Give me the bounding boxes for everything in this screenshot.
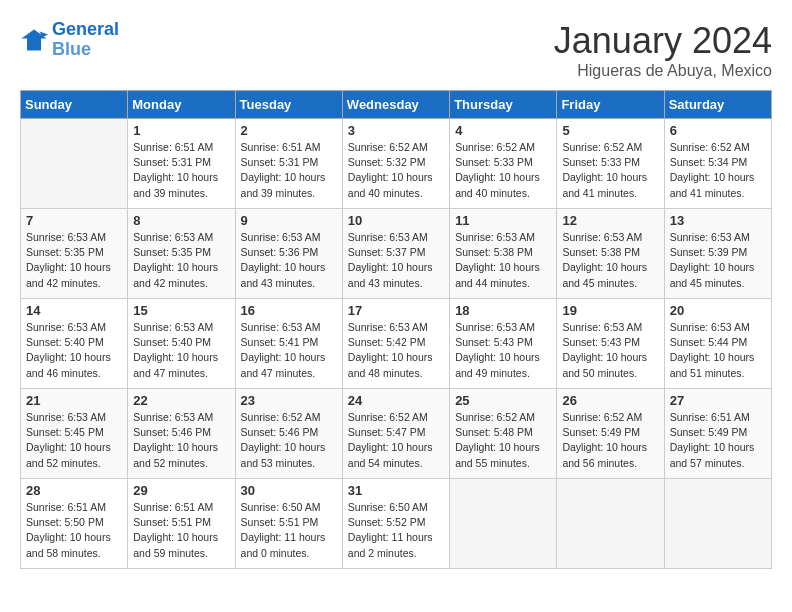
- day-info: Sunrise: 6:52 AM Sunset: 5:49 PM Dayligh…: [562, 410, 658, 471]
- day-info: Sunrise: 6:52 AM Sunset: 5:32 PM Dayligh…: [348, 140, 444, 201]
- day-number: 31: [348, 483, 444, 498]
- calendar-cell: 7Sunrise: 6:53 AM Sunset: 5:35 PM Daylig…: [21, 209, 128, 299]
- calendar-week-row: 28Sunrise: 6:51 AM Sunset: 5:50 PM Dayli…: [21, 479, 772, 569]
- day-number: 17: [348, 303, 444, 318]
- calendar-cell: 28Sunrise: 6:51 AM Sunset: 5:50 PM Dayli…: [21, 479, 128, 569]
- day-info: Sunrise: 6:51 AM Sunset: 5:50 PM Dayligh…: [26, 500, 122, 561]
- calendar-cell: 4Sunrise: 6:52 AM Sunset: 5:33 PM Daylig…: [450, 119, 557, 209]
- calendar-cell: 14Sunrise: 6:53 AM Sunset: 5:40 PM Dayli…: [21, 299, 128, 389]
- weekday-header-friday: Friday: [557, 91, 664, 119]
- day-info: Sunrise: 6:52 AM Sunset: 5:47 PM Dayligh…: [348, 410, 444, 471]
- day-number: 7: [26, 213, 122, 228]
- calendar-cell: 8Sunrise: 6:53 AM Sunset: 5:35 PM Daylig…: [128, 209, 235, 299]
- calendar-cell: [557, 479, 664, 569]
- weekday-header-tuesday: Tuesday: [235, 91, 342, 119]
- day-number: 9: [241, 213, 337, 228]
- calendar-cell: 5Sunrise: 6:52 AM Sunset: 5:33 PM Daylig…: [557, 119, 664, 209]
- calendar-cell: 11Sunrise: 6:53 AM Sunset: 5:38 PM Dayli…: [450, 209, 557, 299]
- day-info: Sunrise: 6:50 AM Sunset: 5:51 PM Dayligh…: [241, 500, 337, 561]
- day-number: 18: [455, 303, 551, 318]
- calendar-table: SundayMondayTuesdayWednesdayThursdayFrid…: [20, 90, 772, 569]
- calendar-cell: 29Sunrise: 6:51 AM Sunset: 5:51 PM Dayli…: [128, 479, 235, 569]
- day-number: 10: [348, 213, 444, 228]
- day-number: 30: [241, 483, 337, 498]
- calendar-cell: [664, 479, 771, 569]
- title-block: January 2024 Higueras de Abuya, Mexico: [554, 20, 772, 80]
- calendar-cell: 26Sunrise: 6:52 AM Sunset: 5:49 PM Dayli…: [557, 389, 664, 479]
- weekday-header-thursday: Thursday: [450, 91, 557, 119]
- weekday-header-wednesday: Wednesday: [342, 91, 449, 119]
- day-number: 21: [26, 393, 122, 408]
- day-number: 22: [133, 393, 229, 408]
- day-number: 3: [348, 123, 444, 138]
- logo: GeneralBlue: [20, 20, 119, 60]
- calendar-cell: 15Sunrise: 6:53 AM Sunset: 5:40 PM Dayli…: [128, 299, 235, 389]
- calendar-week-row: 7Sunrise: 6:53 AM Sunset: 5:35 PM Daylig…: [21, 209, 772, 299]
- day-number: 11: [455, 213, 551, 228]
- calendar-cell: 16Sunrise: 6:53 AM Sunset: 5:41 PM Dayli…: [235, 299, 342, 389]
- calendar-cell: 31Sunrise: 6:50 AM Sunset: 5:52 PM Dayli…: [342, 479, 449, 569]
- day-info: Sunrise: 6:52 AM Sunset: 5:46 PM Dayligh…: [241, 410, 337, 471]
- day-number: 6: [670, 123, 766, 138]
- day-info: Sunrise: 6:53 AM Sunset: 5:43 PM Dayligh…: [562, 320, 658, 381]
- weekday-header-sunday: Sunday: [21, 91, 128, 119]
- calendar-cell: 20Sunrise: 6:53 AM Sunset: 5:44 PM Dayli…: [664, 299, 771, 389]
- day-info: Sunrise: 6:51 AM Sunset: 5:49 PM Dayligh…: [670, 410, 766, 471]
- calendar-cell: 27Sunrise: 6:51 AM Sunset: 5:49 PM Dayli…: [664, 389, 771, 479]
- calendar-cell: 13Sunrise: 6:53 AM Sunset: 5:39 PM Dayli…: [664, 209, 771, 299]
- day-number: 19: [562, 303, 658, 318]
- svg-marker-0: [21, 29, 46, 50]
- day-info: Sunrise: 6:53 AM Sunset: 5:37 PM Dayligh…: [348, 230, 444, 291]
- calendar-cell: 9Sunrise: 6:53 AM Sunset: 5:36 PM Daylig…: [235, 209, 342, 299]
- day-number: 14: [26, 303, 122, 318]
- day-info: Sunrise: 6:53 AM Sunset: 5:38 PM Dayligh…: [562, 230, 658, 291]
- calendar-cell: 1Sunrise: 6:51 AM Sunset: 5:31 PM Daylig…: [128, 119, 235, 209]
- calendar-cell: 25Sunrise: 6:52 AM Sunset: 5:48 PM Dayli…: [450, 389, 557, 479]
- day-number: 24: [348, 393, 444, 408]
- calendar-cell: [21, 119, 128, 209]
- day-number: 29: [133, 483, 229, 498]
- day-info: Sunrise: 6:53 AM Sunset: 5:35 PM Dayligh…: [26, 230, 122, 291]
- day-info: Sunrise: 6:52 AM Sunset: 5:34 PM Dayligh…: [670, 140, 766, 201]
- location: Higueras de Abuya, Mexico: [554, 62, 772, 80]
- calendar-cell: 22Sunrise: 6:53 AM Sunset: 5:46 PM Dayli…: [128, 389, 235, 479]
- calendar-cell: 19Sunrise: 6:53 AM Sunset: 5:43 PM Dayli…: [557, 299, 664, 389]
- day-info: Sunrise: 6:53 AM Sunset: 5:41 PM Dayligh…: [241, 320, 337, 381]
- day-info: Sunrise: 6:50 AM Sunset: 5:52 PM Dayligh…: [348, 500, 444, 561]
- day-info: Sunrise: 6:53 AM Sunset: 5:46 PM Dayligh…: [133, 410, 229, 471]
- day-number: 2: [241, 123, 337, 138]
- logo-icon: [20, 26, 48, 54]
- day-info: Sunrise: 6:53 AM Sunset: 5:42 PM Dayligh…: [348, 320, 444, 381]
- day-number: 25: [455, 393, 551, 408]
- calendar-cell: 30Sunrise: 6:50 AM Sunset: 5:51 PM Dayli…: [235, 479, 342, 569]
- day-number: 15: [133, 303, 229, 318]
- calendar-cell: [450, 479, 557, 569]
- day-number: 1: [133, 123, 229, 138]
- day-info: Sunrise: 6:53 AM Sunset: 5:39 PM Dayligh…: [670, 230, 766, 291]
- day-number: 20: [670, 303, 766, 318]
- calendar-cell: 23Sunrise: 6:52 AM Sunset: 5:46 PM Dayli…: [235, 389, 342, 479]
- calendar-cell: 17Sunrise: 6:53 AM Sunset: 5:42 PM Dayli…: [342, 299, 449, 389]
- day-number: 26: [562, 393, 658, 408]
- day-info: Sunrise: 6:52 AM Sunset: 5:33 PM Dayligh…: [562, 140, 658, 201]
- day-info: Sunrise: 6:52 AM Sunset: 5:48 PM Dayligh…: [455, 410, 551, 471]
- calendar-cell: 3Sunrise: 6:52 AM Sunset: 5:32 PM Daylig…: [342, 119, 449, 209]
- calendar-cell: 6Sunrise: 6:52 AM Sunset: 5:34 PM Daylig…: [664, 119, 771, 209]
- day-info: Sunrise: 6:53 AM Sunset: 5:36 PM Dayligh…: [241, 230, 337, 291]
- day-info: Sunrise: 6:53 AM Sunset: 5:45 PM Dayligh…: [26, 410, 122, 471]
- weekday-header-monday: Monday: [128, 91, 235, 119]
- calendar-cell: 21Sunrise: 6:53 AM Sunset: 5:45 PM Dayli…: [21, 389, 128, 479]
- calendar-week-row: 21Sunrise: 6:53 AM Sunset: 5:45 PM Dayli…: [21, 389, 772, 479]
- day-number: 23: [241, 393, 337, 408]
- calendar-week-row: 14Sunrise: 6:53 AM Sunset: 5:40 PM Dayli…: [21, 299, 772, 389]
- weekday-header-saturday: Saturday: [664, 91, 771, 119]
- day-info: Sunrise: 6:53 AM Sunset: 5:35 PM Dayligh…: [133, 230, 229, 291]
- weekday-header-row: SundayMondayTuesdayWednesdayThursdayFrid…: [21, 91, 772, 119]
- day-number: 4: [455, 123, 551, 138]
- day-number: 27: [670, 393, 766, 408]
- calendar-week-row: 1Sunrise: 6:51 AM Sunset: 5:31 PM Daylig…: [21, 119, 772, 209]
- day-info: Sunrise: 6:51 AM Sunset: 5:51 PM Dayligh…: [133, 500, 229, 561]
- day-info: Sunrise: 6:51 AM Sunset: 5:31 PM Dayligh…: [133, 140, 229, 201]
- calendar-cell: 10Sunrise: 6:53 AM Sunset: 5:37 PM Dayli…: [342, 209, 449, 299]
- day-info: Sunrise: 6:52 AM Sunset: 5:33 PM Dayligh…: [455, 140, 551, 201]
